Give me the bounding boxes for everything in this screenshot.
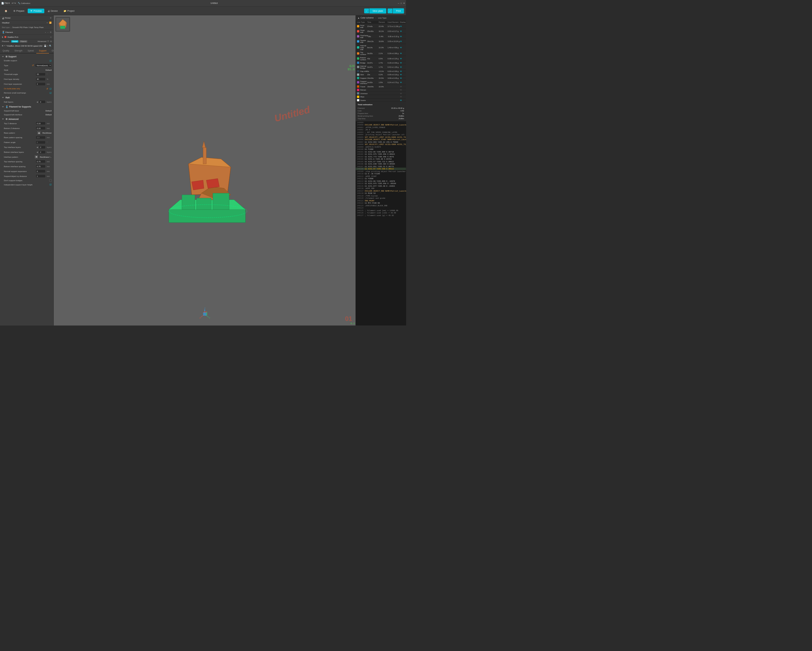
- redo-icon[interactable]: ↪: [14, 2, 16, 5]
- bottom-interface-spacing-input[interactable]: [36, 165, 46, 168]
- color-display-toggle-1[interactable]: 👁: [400, 30, 405, 32]
- dont-support-bridges-checkbox[interactable]: [49, 180, 52, 182]
- gcode-text-2: ;AFTER_LAYER_CHANGE: [365, 126, 385, 128]
- color-display-toggle-6[interactable]: 👁: [400, 57, 405, 60]
- edit-printer-icon[interactable]: ✏: [47, 22, 48, 24]
- color-display-toggle-16[interactable]: 👁: [400, 96, 405, 98]
- color-display-toggle-14[interactable]: 👁: [400, 89, 405, 91]
- tab-speed[interactable]: Speed: [25, 48, 37, 54]
- color-display-toggle-17[interactable]: 👁: [400, 99, 405, 101]
- color-display-toggle-10[interactable]: 👁: [400, 73, 405, 76]
- preview-button[interactable]: 👁 Preview: [28, 8, 44, 13]
- viewport[interactable]: Untitled 01 Z X Y: [54, 15, 356, 326]
- color-time-0: 37m6s: [368, 25, 379, 28]
- top-interface-spacing-input[interactable]: [36, 160, 46, 163]
- preset-save-icon[interactable]: 💾: [44, 44, 47, 47]
- preset-search-icon[interactable]: 🔍: [49, 44, 52, 47]
- process-grid-icon[interactable]: ⊞: [50, 40, 52, 43]
- bottom-z-distance-input[interactable]: [36, 127, 46, 130]
- color-time-9: 6s: [368, 70, 379, 72]
- home-button[interactable]: 🏠: [2, 8, 10, 13]
- color-name-16: Wipe: [360, 96, 368, 98]
- gcode-num-16: 249105: [357, 160, 363, 163]
- filament-item-0: 1 RobBot PLA ✏: [0, 35, 54, 40]
- enable-support-checkbox[interactable]: ☑: [49, 59, 52, 62]
- pattern-angle-input[interactable]: [36, 141, 46, 144]
- left-panel: 🖨 Printer ⚙ !RobBot! ✏ 📶 Bed type › Smoo…: [0, 15, 54, 326]
- on-build-plate-checkbox[interactable]: ☑: [49, 87, 52, 90]
- prepare-button[interactable]: ⚙ Prepare: [11, 8, 27, 13]
- color-name-9: Gap infill: [360, 70, 368, 72]
- color-scheme-collapse-icon[interactable]: ▲: [358, 17, 360, 19]
- filament-edit-icon[interactable]: ✏: [50, 36, 52, 38]
- bottom-interface-layers-input[interactable]: [39, 151, 46, 154]
- slice-check-icon[interactable]: ✓: [364, 8, 369, 13]
- raft-group-header[interactable]: Raft: [0, 95, 54, 100]
- base-pattern-spacing-input[interactable]: [36, 136, 46, 139]
- minimize-icon[interactable]: ─: [398, 2, 399, 4]
- process-list-icon[interactable]: ☰: [47, 40, 49, 43]
- file-menu-label[interactable]: File: [5, 2, 8, 5]
- top-interface-minus[interactable]: ◀: [37, 146, 38, 148]
- threshold-input[interactable]: [36, 73, 46, 76]
- maximize-icon[interactable]: □: [401, 2, 402, 4]
- device-button[interactable]: 🖨 Device: [45, 8, 60, 13]
- color-display-toggle-4[interactable]: 👁: [400, 46, 405, 49]
- tab-quality[interactable]: Quality: [0, 48, 12, 54]
- advanced-label[interactable]: Advanced: [37, 40, 46, 43]
- enable-support-row: Enable support ☑: [0, 59, 54, 63]
- support-group-header[interactable]: ⊞ Support: [0, 54, 54, 59]
- type-dropdown[interactable]: Normal(auto): [35, 64, 52, 67]
- bottom-interface-minus[interactable]: ◀: [37, 151, 38, 153]
- raft-layers-input[interactable]: [39, 100, 46, 104]
- remove-filament-icon[interactable]: −: [47, 31, 49, 33]
- remove-overhangs-checkbox[interactable]: ☑: [49, 92, 52, 94]
- add-filament-icon[interactable]: +: [45, 31, 46, 33]
- printer-gear-icon[interactable]: ⚙: [50, 17, 52, 19]
- color-display-toggle-8[interactable]: 👁: [400, 66, 405, 68]
- advanced-group-header[interactable]: ⚙ Advanced: [0, 117, 54, 121]
- raft-layers-minus[interactable]: ◀: [37, 101, 38, 103]
- preset-close-icon[interactable]: ✕: [47, 44, 49, 47]
- gcode-text-19: G1 X151.97 Y205.598 E.00522: [365, 168, 394, 170]
- color-display-toggle-9[interactable]: 👁: [400, 70, 405, 72]
- tab-strength[interactable]: Strength: [12, 48, 25, 54]
- slice-button[interactable]: Slice plate: [369, 8, 386, 13]
- filament-settings-icon[interactable]: ⚙: [50, 31, 52, 33]
- gcode-text-13: G1 X151.975 Y205.956 E.00622: [365, 153, 395, 156]
- undo-icon[interactable]: ↩: [12, 2, 14, 5]
- color-display-toggle-0[interactable]: 👁: [400, 25, 405, 28]
- color-display-toggle-3[interactable]: 👁: [400, 40, 405, 43]
- color-display-toggle-11[interactable]: 👁: [400, 77, 405, 79]
- filament-estimation-value: 15.00 m 45.82 g: [391, 107, 404, 109]
- color-display-toggle-2[interactable]: 👁: [400, 35, 405, 37]
- support-object-xy-input[interactable]: [36, 175, 46, 178]
- color-display-toggle-5[interactable]: 👁: [400, 52, 405, 55]
- color-time-8: 2m37s: [368, 66, 379, 68]
- gcode-num-33: 249122: [357, 202, 363, 204]
- color-display-toggle-15[interactable]: 👁: [400, 92, 405, 95]
- color-used-0: 3.73 m 11.38 g: [388, 25, 400, 28]
- close-icon[interactable]: ✕: [403, 2, 405, 4]
- project-button[interactable]: 📁 Project: [61, 8, 77, 13]
- print-button[interactable]: Print: [393, 8, 404, 13]
- color-display-toggle-7[interactable]: 👁: [400, 61, 405, 64]
- remove-overhangs-row: Remove small overhangs ☑: [0, 91, 54, 95]
- color-display-toggle-13[interactable]: 👁: [400, 86, 405, 88]
- titlebar-menu[interactable]: 📄 File ▾ ↩ ↪ 🔧 Calibration: [1, 2, 30, 5]
- first-layer-density-input[interactable]: [36, 78, 46, 81]
- objects-badge[interactable]: Objects: [20, 40, 28, 43]
- top-interface-layers-input[interactable]: [39, 146, 46, 149]
- independent-support-layer-checkbox[interactable]: ☑: [49, 183, 52, 186]
- first-layer-expansion-input[interactable]: [36, 83, 46, 86]
- filament-supports-header[interactable]: 🧵 Filament for Supports: [0, 104, 54, 109]
- top-z-distance-input[interactable]: [36, 122, 46, 125]
- color-display-toggle-12[interactable]: 👁: [400, 81, 405, 83]
- color-used-5: 0.28 m 0.86 g: [388, 52, 400, 54]
- tab-others[interactable]: Others: [49, 48, 54, 54]
- tab-support[interactable]: Support: [37, 48, 49, 54]
- calibration-btn[interactable]: 🔧 Calibration: [18, 2, 30, 4]
- normal-support-expansion-input[interactable]: [36, 170, 46, 173]
- print-check-icon[interactable]: ✓: [388, 8, 392, 13]
- global-badge[interactable]: Global: [11, 40, 18, 43]
